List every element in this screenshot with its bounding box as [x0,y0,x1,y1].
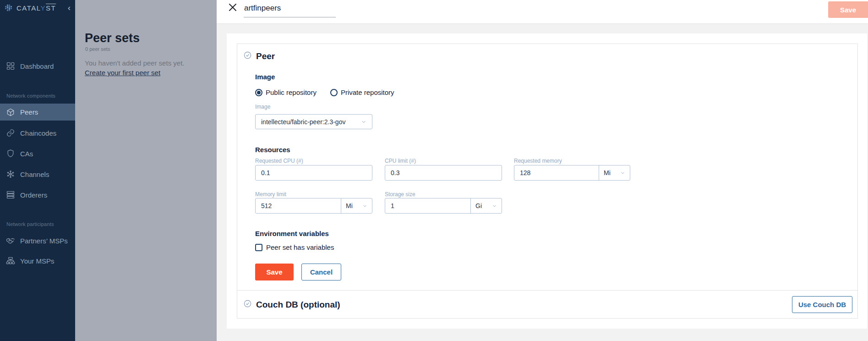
couchdb-section-header: Couch DB (optional) Use Couch DB [243,291,852,319]
memory-limit-label: Memory limit [255,191,286,198]
save-button[interactable]: Save [255,264,294,280]
sidebar-item-label: Your MSPs [20,257,54,265]
chevron-down-icon [361,119,366,125]
requested-cpu-input[interactable] [255,165,372,181]
sidebar-item-partners-msps[interactable]: Partners’ MSPs [0,232,75,249]
handshake-icon [6,236,15,245]
dashboard-icon [6,61,15,71]
requested-memory-unit-select[interactable]: Mi [599,165,630,180]
cancel-button[interactable]: Cancel [301,264,341,280]
peer-section-title: Peer [256,51,275,61]
chaincode-link-icon [6,128,15,138]
radio-icon[interactable] [330,89,338,96]
radio-public-repository[interactable]: Public repository [255,88,317,96]
requested-memory-group: Mi [514,165,630,181]
peer-set-editor-drawer: Save Peer Image P [217,0,868,341]
server-stack-icon [6,190,15,199]
sidebar-item-label: Peers [20,108,38,116]
catalyst-logo-icon [5,4,14,12]
sidebar-item-cas[interactable]: CAs [0,145,75,162]
section-check-icon [243,299,252,310]
checkbox-icon[interactable] [255,244,262,251]
cpu-limit-input[interactable] [385,165,502,181]
memory-limit-input[interactable] [256,198,341,213]
sidebar-item-orderers[interactable]: Orderers [0,187,75,203]
logo-wordmark: CATALYST [16,4,56,12]
org-chart-icon [6,256,15,265]
logo: CATALYST ‹ [0,0,75,16]
image-select-label: Image [255,104,270,110]
sidebar-item-your-msps[interactable]: Your MSPs [0,253,75,269]
requested-memory-input[interactable] [514,165,599,180]
peer-sets-list-panel: Peer sets 0 peer sets You haven't added … [75,0,217,341]
peer-sets-count: 0 peer sets [85,46,110,52]
radio-label: Public repository [266,88,317,96]
radio-icon[interactable] [255,89,262,96]
storage-size-group: Gi [385,198,502,214]
unit-value: Mi [604,169,611,176]
checkbox-label: Peer set has variables [266,243,334,251]
editor-panel: Peer Image Public repository Private rep… [227,33,867,329]
storage-size-input[interactable] [385,198,470,213]
couchdb-section-title: Couch DB (optional) [256,300,340,310]
sidebar-item-dashboard[interactable]: Dashboard [0,58,75,74]
sidebar-item-label: CAs [20,150,33,158]
close-icon[interactable] [228,2,238,12]
use-couchdb-button[interactable]: Use Couch DB [792,296,852,313]
requested-memory-label: Requested memory [514,158,562,164]
unit-value: Gi [475,202,482,209]
radio-label: Private repository [341,88,394,96]
collapse-sidebar-icon[interactable]: ‹ [68,4,71,12]
peer-form-card: Peer Image Public repository Private rep… [237,44,858,319]
sidebar-item-label: Partners’ MSPs [20,237,68,245]
unit-value: Mi [346,202,353,209]
section-check-icon [243,51,252,61]
network-hub-icon [6,170,15,179]
image-select[interactable]: intellecteu/fabric-peer:2.3-gov [255,114,372,129]
sidebar-item-channels[interactable]: Channels [0,166,75,182]
peer-section-header: Peer [243,51,275,61]
peer-set-name-input[interactable] [244,2,336,17]
sidebar-item-peers[interactable]: Peers [0,104,75,121]
image-select-value: intellecteu/fabric-peer:2.3-gov [261,118,345,126]
radio-private-repository[interactable]: Private repository [330,88,394,96]
sidebar-item-label: Channels [20,170,49,178]
page-title: Peer sets [85,31,140,45]
shield-icon [6,149,15,158]
empty-state-message: You haven't added peer sets yet. [85,59,184,67]
chevron-down-icon [620,170,625,176]
sidebar-item-chaincodes[interactable]: Chaincodes [0,125,75,141]
sidebar-item-label: Dashboard [20,62,54,70]
form-actions: Save Cancel [255,264,341,280]
memory-limit-group: Mi [255,198,372,214]
env-variables-checkbox-row[interactable]: Peer set has variables [255,243,334,251]
env-variables-title: Environment variables [255,230,329,237]
sidebar-item-label: Chaincodes [20,129,56,137]
storage-size-unit-select[interactable]: Gi [470,198,502,213]
image-group-title: Image [255,73,275,81]
cpu-limit-label: CPU limit (#) [385,158,416,164]
memory-limit-unit-select[interactable]: Mi [341,198,372,213]
repository-radio-group: Public repository Private repository [255,88,394,96]
cube-icon [6,108,15,117]
requested-cpu-label: Requested CPU (#) [255,158,303,164]
sidebar-section-network-participants: Network participants [0,221,75,227]
app-root: CATALYST ‹ Dashboard Network components … [0,0,868,341]
sidebar-section-network-components: Network components [0,93,75,99]
header-save-button[interactable]: Save [828,1,868,18]
chevron-down-icon [492,204,497,209]
storage-size-label: Storage size [385,191,415,198]
drawer-header: Save [217,0,868,24]
sidebar: CATALYST ‹ Dashboard Network components … [0,0,75,341]
resources-title: Resources [255,146,290,154]
create-first-peer-set-link[interactable]: Create your first peer set [85,69,160,77]
sidebar-item-label: Orderers [20,191,47,199]
chevron-down-icon [362,204,367,209]
